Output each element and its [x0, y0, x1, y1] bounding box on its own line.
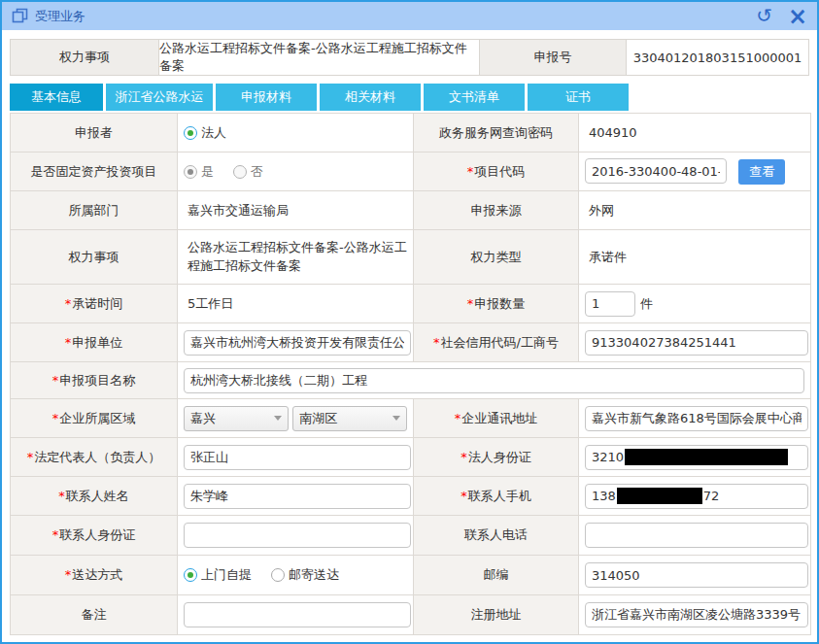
declare-no-value: 330401201803151000001 — [627, 40, 808, 75]
legal-person-label: *法定代表人（负责人） — [11, 438, 178, 477]
legal-id-input[interactable]: 3210 — [585, 445, 808, 470]
delivery-pickup-option: 上门自提 — [201, 566, 252, 584]
authority-item-header-label: 权力事项 — [11, 40, 159, 75]
fixed-asset-no-radio — [233, 165, 247, 179]
region-city-select[interactable]: 嘉兴 — [184, 406, 289, 431]
window-title: 受理业务 — [35, 8, 85, 25]
view-button[interactable]: 查看 — [738, 159, 785, 185]
header-strip: 权力事项 公路水运工程招标文件备案-公路水运工程施工招标文件备案 申报号 330… — [10, 39, 809, 76]
declarer-label: 申报者 — [11, 114, 178, 153]
fixed-asset-yes-option: 是 — [201, 163, 214, 181]
contact-phone-label: 联系人电话 — [414, 516, 579, 556]
fixed-asset-label: 是否固定资产投资项目 — [11, 153, 178, 191]
tab-document-list[interactable]: 文书清单 — [424, 84, 525, 111]
tab-basic-info[interactable]: 基本信息 — [10, 84, 103, 111]
region-district-select[interactable]: 南湖区 — [292, 406, 407, 431]
contact-mobile-input[interactable]: 138 72 — [585, 484, 808, 509]
tab-zhejiang-highway[interactable]: 浙江省公路水运 — [106, 84, 213, 111]
delivery-mail-radio[interactable] — [271, 568, 285, 582]
contact-id-input[interactable] — [184, 523, 411, 548]
project-code-input[interactable] — [585, 158, 727, 184]
contact-mobile-label: *联系人手机 — [414, 477, 579, 516]
tab-certificate[interactable]: 证书 — [528, 84, 629, 111]
tab-bar: 基本信息 浙江省公路水运 申报材料 相关材料 文书清单 证书 — [10, 84, 809, 111]
redaction-bar — [625, 449, 788, 465]
promise-time-label: *承诺时间 — [11, 285, 178, 323]
authority-item-value: 公路水运工程招标文件备案-公路水运工程施工招标文件备案 — [184, 239, 407, 276]
declare-unit-label: *申报单位 — [11, 323, 178, 362]
legal-person-input[interactable] — [184, 445, 411, 470]
declarer-legal-person-option: 法人 — [201, 124, 226, 142]
contact-name-label: *联系人姓名 — [11, 477, 178, 516]
title-bar: 受理业务 ↺ × — [2, 2, 817, 30]
declare-source-value: 外网 — [585, 203, 614, 218]
remark-input[interactable] — [184, 602, 411, 627]
delivery-mail-option: 邮寄送达 — [289, 566, 339, 584]
authority-type-value: 承诺件 — [585, 250, 627, 264]
declare-unit-input[interactable] — [184, 330, 411, 356]
reg-address-label: 注册地址 — [414, 595, 579, 635]
authority-type-label: 权力类型 — [414, 230, 579, 285]
project-code-label: *项目代码 — [414, 153, 579, 191]
department-label: 所属部门 — [11, 191, 178, 230]
contact-name-input[interactable] — [184, 484, 411, 509]
fixed-asset-no-option: 否 — [251, 163, 263, 181]
refresh-icon[interactable]: ↺ — [756, 6, 772, 25]
delivery-pickup-radio[interactable] — [184, 568, 197, 582]
declare-count-input[interactable] — [585, 291, 635, 317]
credit-code-input[interactable] — [585, 330, 808, 356]
declare-source-label: 申报来源 — [414, 191, 579, 230]
gov-password-value: 404910 — [585, 125, 637, 140]
postcode-input[interactable] — [585, 562, 808, 588]
company-address-input[interactable] — [585, 406, 808, 431]
accept-business-window: 受理业务 ↺ × 权力事项 公路水运工程招标文件备案-公路水运工程施工招标文件备… — [0, 0, 819, 644]
chevron-down-icon — [274, 416, 282, 421]
declare-count-label: *申报数量 — [414, 285, 579, 323]
project-name-input[interactable] — [184, 368, 804, 393]
authority-item-header-value: 公路水运工程招标文件备案-公路水运工程施工招标文件备案 — [159, 40, 480, 75]
basic-info-form: 申报者 法人 政务服务网查询密码 404910 是否固定资产投资项目 是 否 — [10, 113, 811, 635]
redaction-bar — [617, 488, 702, 504]
postcode-label: 邮编 — [414, 556, 579, 595]
gov-password-label: 政务服务网查询密码 — [414, 114, 579, 153]
company-address-label: *企业通讯地址 — [414, 399, 579, 438]
department-value: 嘉兴市交通运输局 — [184, 203, 289, 218]
chevron-down-icon — [392, 416, 400, 421]
contact-phone-input[interactable] — [585, 523, 808, 548]
authority-item-label: 权力事项 — [11, 230, 178, 285]
legal-id-label: *法人身份证 — [414, 438, 579, 477]
declare-no-label: 申报号 — [480, 40, 627, 75]
project-name-label: *申报项目名称 — [11, 362, 178, 399]
region-label: *企业所属区域 — [11, 399, 178, 438]
window-icon — [12, 8, 28, 24]
remark-label: 备注 — [11, 595, 178, 635]
fixed-asset-yes-radio — [184, 165, 197, 179]
close-icon[interactable]: × — [788, 5, 807, 28]
delivery-label: *送达方式 — [11, 556, 178, 595]
reg-address-input[interactable] — [585, 602, 808, 627]
declare-count-unit: 件 — [640, 296, 653, 311]
tab-declare-materials[interactable]: 申报材料 — [216, 84, 317, 111]
contact-id-label: *联系人身份证 — [11, 516, 178, 556]
promise-time-value: 5工作日 — [184, 296, 233, 311]
credit-code-label: *社会信用代码/工商号 — [414, 323, 579, 362]
tab-related-materials[interactable]: 相关材料 — [320, 84, 421, 111]
declarer-legal-person-radio[interactable] — [184, 126, 197, 140]
